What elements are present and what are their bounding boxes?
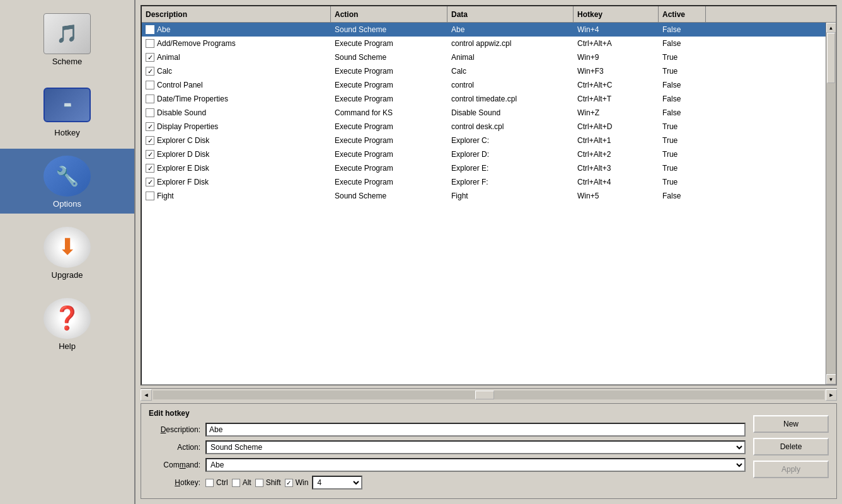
- table-row[interactable]: ✓ Calc Execute Program Calc Win+F3 True: [142, 64, 826, 78]
- row-checkbox-5[interactable]: [146, 94, 154, 103]
- horizontal-scrollbar[interactable]: ◄ ►: [141, 388, 837, 401]
- hotkey-label: Hotkey:: [149, 478, 205, 487]
- action-row: Action: Sound Scheme Execute Program Com…: [149, 440, 746, 454]
- cell-hotkey: Win+9: [574, 52, 659, 63]
- sidebar-item-hotkey[interactable]: ⌨️ Hotkey: [0, 77, 134, 142]
- apply-button[interactable]: Apply: [753, 461, 829, 478]
- command-row: Command: Abe: [149, 458, 746, 472]
- scroll-down-button[interactable]: ▼: [826, 374, 836, 384]
- table-row[interactable]: Date/Time Properties Execute Program con…: [142, 92, 826, 106]
- main-content: Description Action Data Hotkey Active Ab…: [136, 0, 842, 504]
- delete-button[interactable]: Delete: [753, 438, 829, 455]
- table-row[interactable]: ✓ Explorer F Disk Execute Program Explor…: [142, 175, 826, 189]
- col-header-data[interactable]: Data: [447, 6, 574, 22]
- row-checkbox-2[interactable]: ✓: [146, 53, 154, 62]
- col-header-hotkey[interactable]: Hotkey: [574, 6, 659, 22]
- action-select[interactable]: Sound Scheme Execute Program Command for…: [205, 440, 746, 454]
- row-checkbox-12[interactable]: [146, 192, 154, 200]
- scheme-icon: 🎵: [42, 11, 93, 55]
- sidebar-label-help: Help: [59, 341, 76, 351]
- scroll-right-button[interactable]: ►: [826, 389, 837, 401]
- cell-hotkey: Ctrl+Alt+1: [574, 135, 659, 146]
- hotkey-table-container: Description Action Data Hotkey Active Ab…: [141, 5, 837, 386]
- table-row[interactable]: Fight Sound Scheme Fight Win+5 False: [142, 189, 826, 203]
- cell-desc: Add/Remove Programs: [142, 38, 331, 49]
- win-checkbox[interactable]: [285, 479, 293, 487]
- scroll-left-button[interactable]: ◄: [141, 389, 152, 401]
- cell-action: Execute Program: [331, 163, 447, 174]
- table-header: Description Action Data Hotkey Active: [142, 6, 836, 23]
- sidebar-item-help[interactable]: ❓ Help: [0, 291, 134, 356]
- h-scroll-thumb[interactable]: [475, 391, 494, 399]
- row-checkbox-11[interactable]: ✓: [146, 178, 154, 186]
- vertical-scrollbar[interactable]: ▲ ▼: [826, 23, 836, 384]
- cell-hotkey: Ctrl+Alt+2: [574, 149, 659, 160]
- table-rows[interactable]: Abe Sound Scheme Abe Win+4 False Add/Rem…: [142, 23, 826, 384]
- ctrl-checkbox[interactable]: [205, 479, 214, 487]
- command-select[interactable]: Abe: [205, 458, 746, 472]
- cell-desc: ✓ Explorer F Disk: [142, 176, 331, 188]
- cell-active: False: [659, 107, 706, 118]
- row-checkbox-8[interactable]: ✓: [146, 136, 154, 145]
- cell-hotkey: Win+F3: [574, 66, 659, 77]
- new-button[interactable]: New: [753, 415, 829, 433]
- cell-hotkey: Ctrl+Alt+3: [574, 163, 659, 174]
- table-row[interactable]: ✓ Display Properties Execute Program con…: [142, 120, 826, 134]
- help-icon: ❓: [42, 296, 93, 340]
- shift-checkbox[interactable]: [255, 479, 263, 487]
- cell-active: True: [659, 121, 706, 132]
- upgrade-icon: ⬇: [42, 225, 93, 269]
- cell-desc: Disable Sound: [142, 107, 331, 118]
- col-header-active[interactable]: Active: [659, 6, 706, 22]
- row-checkbox-3[interactable]: ✓: [146, 67, 154, 76]
- col-header-description[interactable]: Description: [142, 6, 331, 22]
- table-row[interactable]: ✓ Animal Sound Scheme Animal Win+9 True: [142, 50, 826, 64]
- cell-active: True: [659, 149, 706, 160]
- cell-desc: ✓ Display Properties: [142, 121, 331, 132]
- sidebar-item-upgrade[interactable]: ⬇ Upgrade: [0, 220, 134, 285]
- row-checkbox-6[interactable]: [146, 108, 154, 117]
- cell-active: False: [659, 79, 706, 91]
- table-row[interactable]: ✓ Explorer D Disk Execute Program Explor…: [142, 147, 826, 161]
- description-row: Description:: [149, 423, 746, 437]
- cell-hotkey: Ctrl+Alt+C: [574, 79, 659, 91]
- table-row[interactable]: ✓ Explorer C Disk Execute Program Explor…: [142, 134, 826, 147]
- description-input[interactable]: [205, 423, 746, 437]
- sidebar-item-scheme[interactable]: 🎵 Scheme: [0, 6, 134, 71]
- cell-desc: Fight: [142, 190, 331, 202]
- row-checkbox-9[interactable]: ✓: [146, 150, 154, 159]
- hotkey-key-select[interactable]: 4 1 2 3 5 9 F3 Z: [312, 476, 362, 490]
- sidebar-item-options[interactable]: 🔧 Options: [0, 149, 134, 214]
- row-checkbox-10[interactable]: ✓: [146, 164, 154, 173]
- row-checkbox-4[interactable]: [146, 81, 154, 89]
- shift-label: Shift: [266, 478, 281, 487]
- action-label: Action:: [149, 443, 205, 452]
- cell-data: Explorer C:: [447, 135, 574, 146]
- row-checkbox-1[interactable]: [146, 39, 154, 48]
- cell-desc: Date/Time Properties: [142, 93, 331, 105]
- cell-hotkey: Win+5: [574, 190, 659, 202]
- cell-data: control appwiz.cpl: [447, 38, 574, 49]
- row-checkbox-0[interactable]: [146, 25, 154, 34]
- table-row[interactable]: ✓ Explorer E Disk Execute Program Explor…: [142, 161, 826, 175]
- hotkey-icon: ⌨️: [42, 83, 93, 127]
- scroll-up-button[interactable]: ▲: [826, 23, 836, 33]
- col-header-action[interactable]: Action: [331, 6, 447, 22]
- edit-form: Edit hotkey Description: Action: Sound S…: [149, 409, 746, 493]
- sidebar-label-hotkey: Hotkey: [54, 128, 79, 137]
- cell-data: Explorer D:: [447, 149, 574, 160]
- table-row[interactable]: Disable Sound Command for KS Disable Sou…: [142, 106, 826, 120]
- row-checkbox-7[interactable]: ✓: [146, 122, 154, 131]
- cell-action: Sound Scheme: [331, 52, 447, 63]
- table-row[interactable]: Control Panel Execute Program control Ct…: [142, 78, 826, 92]
- alt-checkbox[interactable]: [232, 479, 240, 487]
- table-row[interactable]: Abe Sound Scheme Abe Win+4 False: [142, 23, 826, 37]
- cell-active: True: [659, 66, 706, 77]
- cell-hotkey: Ctrl+Alt+A: [574, 38, 659, 49]
- scroll-thumb[interactable]: [827, 33, 835, 83]
- table-row[interactable]: Add/Remove Programs Execute Program cont…: [142, 37, 826, 50]
- cell-action: Execute Program: [331, 135, 447, 146]
- cell-data: Explorer E:: [447, 163, 574, 174]
- edit-title: Edit hotkey: [149, 409, 746, 418]
- cell-active: False: [659, 190, 706, 202]
